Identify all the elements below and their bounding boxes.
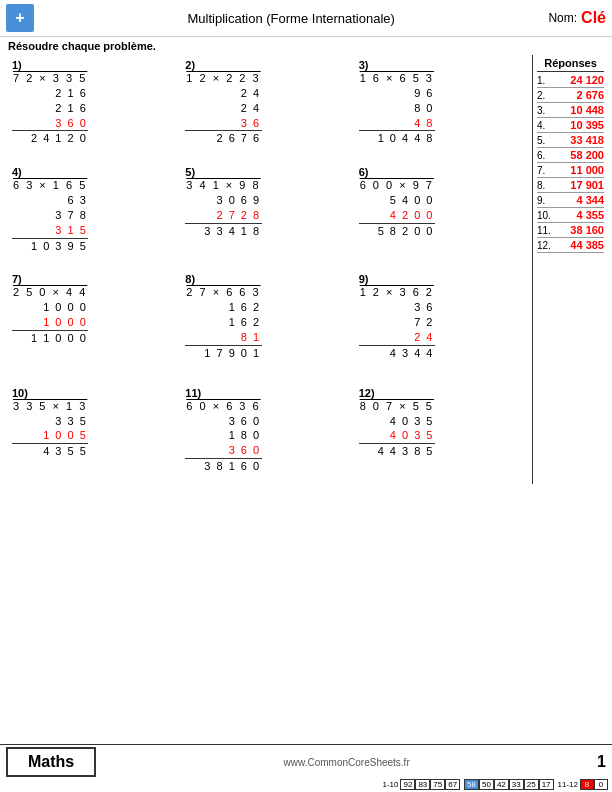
prob-1-p1: 2 1 6 (12, 86, 88, 101)
prob-9-p1: 3 6 (359, 300, 435, 315)
prob-5-equation: 3 4 1 × 9 8 (185, 178, 261, 193)
footer-scores: 1-10 92 83 75 67 58 50 42 33 25 17 11-12… (0, 779, 612, 792)
footer-maths-label: Maths (6, 747, 96, 777)
prob-1-label: 1) (12, 59, 22, 71)
answer-num-7: 7. (537, 165, 553, 176)
prob-11-equation: 6 0 × 6 3 6 (185, 399, 261, 414)
score-val-67: 67 (445, 779, 460, 790)
prob-7-p2: 1 0 0 0 (12, 315, 88, 330)
prob-1-table: 7 2 × 3 3 5 2 1 6 2 1 6 3 6 0 2 4 1 2 0 (12, 71, 88, 146)
answer-row-4: 4. 10 395 (537, 119, 604, 133)
prob-8-p1: 1 6 2 (185, 300, 261, 315)
score-group-1-10: 1-10 92 83 75 67 (382, 779, 460, 790)
prob-1-equation: 7 2 × 3 3 5 (12, 71, 88, 86)
answer-val-1: 24 120 (553, 74, 604, 86)
prob-2-table: 1 2 × 2 2 3 2 4 2 4 3 6 2 6 7 6 (185, 71, 261, 146)
prob-10-p2: 1 0 0 5 (12, 428, 88, 443)
score-val-58: 58 (464, 779, 479, 790)
footer: Maths www.CommonCoreSheets.fr 1 1-10 92 … (0, 744, 612, 792)
prob-3-p1: 9 6 (359, 86, 435, 101)
prob-1-p3: 3 6 0 (12, 116, 88, 131)
answer-val-8: 17 901 (553, 179, 604, 191)
prob-4-equation: 6 3 × 1 6 5 (12, 178, 88, 193)
prob-5-p1: 3 0 6 9 (185, 193, 261, 208)
answer-row-7: 7. 11 000 (537, 164, 604, 178)
answer-val-4: 10 395 (553, 119, 604, 131)
prob-11-p2: 1 8 0 (185, 428, 261, 443)
nom-label: Nom: (548, 11, 577, 25)
prob-2-p1: 2 4 (185, 86, 261, 101)
prob-6-result: 5 8 2 0 0 (359, 223, 435, 238)
answer-row-1: 1. 24 120 (537, 74, 604, 88)
prob-12-label: 12) (359, 387, 375, 399)
answer-row-9: 9. 4 344 (537, 194, 604, 208)
instruction-text: Résoudre chaque problème. (0, 37, 612, 55)
prob-11-p1: 3 6 0 (185, 414, 261, 429)
answer-row-11: 11. 38 160 (537, 224, 604, 238)
answer-row-5: 5. 33 418 (537, 134, 604, 148)
prob-8-result: 1 7 9 0 1 (185, 345, 261, 360)
answer-num-6: 6. (537, 150, 553, 161)
problem-6: 6) 6 0 0 × 9 7 5 4 0 0 4 2 0 0 5 8 2 0 0 (355, 164, 528, 255)
prob-3-p2: 8 0 (359, 101, 435, 116)
prob-5-label: 5) (185, 166, 195, 178)
score-val-83: 83 (415, 779, 430, 790)
prob-3-result: 1 0 4 4 8 (359, 131, 435, 146)
prob-4-p1: 6 3 (12, 193, 88, 208)
prob-9-label: 9) (359, 273, 369, 285)
problem-4: 4) 6 3 × 1 6 5 6 3 3 7 8 3 1 5 1 0 3 9 5 (8, 164, 181, 255)
answer-val-7: 11 000 (553, 164, 604, 176)
prob-4-label: 4) (12, 166, 22, 178)
prob-12-p1: 4 0 3 5 (359, 414, 435, 429)
prob-10-p1: 3 3 5 (12, 414, 88, 429)
prob-12-equation: 8 0 7 × 5 5 (359, 399, 435, 414)
answer-num-3: 3. (537, 105, 553, 116)
score-val-33: 33 (509, 779, 524, 790)
prob-8-label: 8) (185, 273, 195, 285)
main-content: 1) 7 2 × 3 3 5 2 1 6 2 1 6 3 6 0 2 4 1 2… (0, 55, 612, 484)
prob-11-label: 11) (185, 387, 201, 399)
problem-2: 2) 1 2 × 2 2 3 2 4 2 4 3 6 2 6 7 6 (181, 57, 354, 148)
prob-11-result: 3 8 1 6 0 (185, 459, 261, 474)
score-val-17: 17 (539, 779, 554, 790)
prob-10-equation: 3 3 5 × 1 3 (12, 399, 88, 414)
problem-row-4: 10) 3 3 5 × 1 3 3 3 5 1 0 0 5 4 3 5 5 11… (8, 385, 528, 476)
prob-5-p2: 2 7 2 8 (185, 208, 261, 223)
prob-12-result: 4 4 3 8 5 (359, 444, 435, 459)
problem-10: 10) 3 3 5 × 1 3 3 3 5 1 0 0 5 4 3 5 5 (8, 385, 181, 476)
prob-8-p3: 8 1 (185, 330, 261, 345)
prob-2-p3: 3 6 (185, 116, 261, 131)
problem-9: 9) 1 2 × 3 6 2 3 6 7 2 2 4 4 3 4 4 (355, 271, 528, 362)
answer-num-9: 9. (537, 195, 553, 206)
problems-area: 1) 7 2 × 3 3 5 2 1 6 2 1 6 3 6 0 2 4 1 2… (4, 55, 532, 484)
prob-12-p2: 4 0 3 5 (359, 428, 435, 443)
prob-6-table: 6 0 0 × 9 7 5 4 0 0 4 2 0 0 5 8 2 0 0 (359, 178, 435, 238)
footer-main: Maths www.CommonCoreSheets.fr 1 (0, 745, 612, 779)
prob-9-equation: 1 2 × 3 6 2 (359, 285, 435, 300)
problem-12: 12) 8 0 7 × 5 5 4 0 3 5 4 0 3 5 4 4 3 8 … (355, 385, 528, 476)
score-val-42: 42 (494, 779, 509, 790)
page-title: Multiplication (Forme Internationale) (34, 11, 548, 26)
prob-7-table: 2 5 0 × 4 4 1 0 0 0 1 0 0 0 1 1 0 0 0 (12, 285, 88, 345)
score-val-50: 50 (479, 779, 494, 790)
prob-2-result: 2 6 7 6 (185, 131, 261, 146)
prob-3-table: 1 6 × 6 5 3 9 6 8 0 4 8 1 0 4 4 8 (359, 71, 435, 146)
score-val-8: 8 (580, 779, 594, 790)
answer-num-4: 4. (537, 120, 553, 131)
score-val-75: 75 (430, 779, 445, 790)
prob-5-result: 3 3 4 1 8 (185, 223, 261, 238)
prob-10-label: 10) (12, 387, 28, 399)
prob-5-table: 3 4 1 × 9 8 3 0 6 9 2 7 2 8 3 3 4 1 8 (185, 178, 261, 238)
prob-9-result: 4 3 4 4 (359, 345, 435, 360)
prob-4-p2: 3 7 8 (12, 208, 88, 223)
logo-icon: + (6, 4, 34, 32)
answer-num-10: 10. (537, 210, 553, 221)
prob-3-equation: 1 6 × 6 5 3 (359, 71, 435, 86)
problem-row-1: 1) 7 2 × 3 3 5 2 1 6 2 1 6 3 6 0 2 4 1 2… (8, 57, 528, 148)
footer-page: 1 (597, 753, 606, 771)
answer-row-10: 10. 4 355 (537, 209, 604, 223)
prob-8-p2: 1 6 2 (185, 315, 261, 330)
prob-2-label: 2) (185, 59, 195, 71)
problem-8: 8) 2 7 × 6 6 3 1 6 2 1 6 2 8 1 1 7 9 0 1 (181, 271, 354, 362)
answer-num-8: 8. (537, 180, 553, 191)
